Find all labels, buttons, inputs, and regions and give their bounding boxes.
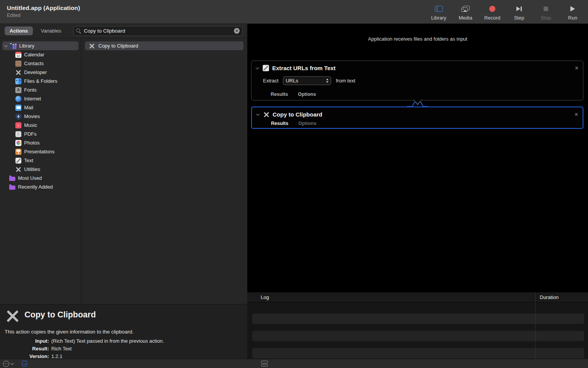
- record-button-label: Record: [484, 15, 500, 21]
- window-title: Untitled.app (Application): [7, 5, 80, 12]
- sidebar-item-label: Photos: [24, 140, 39, 146]
- sidebar-item-movies[interactable]: Movies: [0, 112, 81, 121]
- clear-search-icon[interactable]: ×: [234, 28, 240, 34]
- action-list-item-copy-to-clipboard[interactable]: Copy to Clipboard: [85, 41, 243, 50]
- sidebar-item-text[interactable]: Text: [0, 156, 81, 165]
- stop-button: Stop: [537, 5, 554, 21]
- workflow-options-menu[interactable]: [3, 361, 13, 367]
- photos-icon: [15, 140, 21, 146]
- dropdown-value: URLs: [286, 78, 326, 84]
- record-button[interactable]: Record: [484, 5, 501, 21]
- log-table: [247, 302, 588, 359]
- sidebar-item-label: Most Used: [18, 175, 42, 181]
- sidebar-item-music[interactable]: Music: [0, 121, 81, 130]
- sidebar-item-label: Music: [24, 122, 37, 128]
- calendar-icon: [15, 52, 21, 58]
- sidebar-item-developer[interactable]: Developer: [0, 68, 81, 77]
- action-card-copy-to-clipboard[interactable]: Copy to Clipboard × Results Options: [251, 107, 583, 129]
- log-header: Log Duration: [247, 292, 588, 302]
- sidebar-item-mail[interactable]: Mail: [0, 103, 81, 112]
- log-column-header: Log: [261, 294, 269, 300]
- tab-results[interactable]: Results: [271, 92, 288, 97]
- action-card-extract-urls[interactable]: Extract URLs from Text × Extract URLs fr…: [251, 61, 583, 100]
- sidebar-item-label: Contacts: [24, 61, 44, 66]
- presentations-icon: [15, 149, 21, 155]
- library-books-icon: [10, 43, 16, 49]
- panels-view-icon: [261, 361, 268, 366]
- tab-results[interactable]: Results: [271, 121, 288, 126]
- folder-icon: [9, 186, 15, 190]
- run-icon: [570, 6, 575, 12]
- extract-type-dropdown[interactable]: URLs: [283, 76, 331, 85]
- step-button[interactable]: Step: [511, 5, 528, 21]
- pdf-icon: [15, 131, 21, 137]
- sidebar-item-label: Mail: [24, 105, 33, 110]
- sidebar-item-label: Presentations: [24, 149, 55, 154]
- folder-icon: [9, 177, 15, 181]
- step-icon: [516, 7, 522, 11]
- tab-variables[interactable]: Variables: [36, 26, 66, 35]
- tab-actions[interactable]: Actions: [5, 26, 33, 35]
- document-edited-state: Edited: [7, 13, 80, 18]
- contacts-icon: [15, 61, 21, 67]
- search-input[interactable]: Copy to Clipboard: [84, 28, 231, 34]
- library-button[interactable]: Library: [430, 5, 447, 21]
- chevron-down-icon[interactable]: [256, 112, 260, 116]
- sidebar-item-most-used[interactable]: Most Used: [0, 174, 81, 182]
- text-action-icon: [263, 65, 269, 71]
- filter-bar: Actions Variables Copy to Clipboard ×: [0, 24, 247, 38]
- close-icon[interactable]: ×: [575, 65, 578, 71]
- chevron-down-icon[interactable]: [4, 43, 8, 47]
- duration-column-header: Duration: [540, 294, 559, 300]
- music-icon: [15, 122, 21, 128]
- log-row: [252, 331, 584, 341]
- movies-icon: [15, 113, 21, 120]
- version-value: 1.2.1: [51, 353, 164, 359]
- sidebar-item-label: Files & Folders: [24, 78, 57, 84]
- extract-label: Extract: [263, 78, 278, 84]
- fonts-icon: [15, 87, 21, 93]
- log-panel-view-button[interactable]: [261, 361, 268, 366]
- action-title: Extract URLs from Text: [272, 65, 336, 71]
- sidebar-item-library[interactable]: Library: [2, 41, 78, 50]
- variables-toggle-icon[interactable]: [22, 361, 27, 366]
- sidebar-item-utilities[interactable]: Utilities: [0, 165, 81, 174]
- sidebar-item-calendar[interactable]: Calendar: [0, 50, 81, 59]
- action-tabs: Results Options: [252, 121, 583, 130]
- action-card-header: Extract URLs from Text ×: [252, 61, 583, 71]
- sidebar-item-fonts[interactable]: Fonts: [0, 85, 81, 94]
- log-column-divider[interactable]: [535, 292, 536, 359]
- library-sidebar: Library Calendar Contacts Developer File…: [0, 38, 81, 304]
- sidebar-item-pdfs[interactable]: PDFs: [0, 130, 81, 138]
- action-description-panel: Copy to Clipboard This action copies the…: [0, 304, 247, 359]
- crossed-tools-icon: [5, 309, 20, 324]
- chevron-down-icon[interactable]: [256, 66, 260, 69]
- tab-options[interactable]: Options: [298, 92, 316, 97]
- input-label: Input:: [0, 338, 49, 344]
- description-fields: Input: (Rich Text) Text passed in from t…: [0, 338, 164, 359]
- action-controls: Extract URLs from text: [252, 71, 583, 85]
- status-bar: [0, 359, 588, 368]
- result-value: Rich Text: [51, 346, 164, 352]
- action-list-item-label: Copy to Clipboard: [98, 43, 138, 49]
- ellipsis-circle-icon: [3, 361, 9, 367]
- media-button[interactable]: Media: [457, 5, 474, 21]
- media-icon: [461, 6, 470, 12]
- sidebar-item-recently-added[interactable]: Recently Added: [0, 182, 81, 191]
- toolbar: Library Media Record Step Stop Run: [430, 0, 588, 23]
- sidebar-item-photos[interactable]: Photos: [0, 138, 81, 147]
- stepper-icon: [326, 79, 328, 83]
- search-field[interactable]: Copy to Clipboard ×: [73, 26, 243, 36]
- sidebar-item-presentations[interactable]: Presentations: [0, 147, 81, 156]
- media-button-label: Media: [459, 15, 472, 21]
- sidebar-item-contacts[interactable]: Contacts: [0, 59, 81, 68]
- mail-icon: [15, 105, 21, 111]
- version-label: Version:: [0, 353, 49, 359]
- sidebar-item-files-folders[interactable]: Files & Folders: [0, 77, 81, 85]
- run-button[interactable]: Run: [564, 5, 581, 21]
- sidebar-item-internet[interactable]: Internet: [0, 94, 81, 103]
- close-icon[interactable]: ×: [575, 112, 578, 118]
- tab-options[interactable]: Options: [298, 121, 316, 126]
- title-block: Untitled.app (Application) Edited: [0, 0, 80, 23]
- actions-list: Copy to Clipboard: [81, 38, 247, 304]
